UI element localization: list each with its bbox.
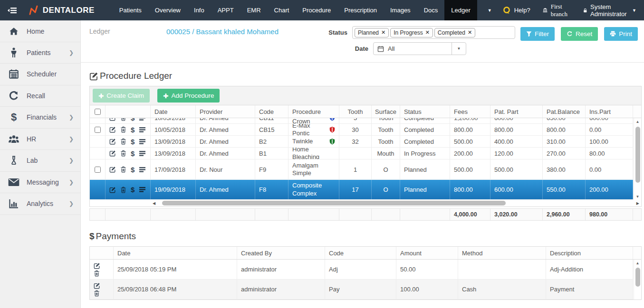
payment-icon[interactable]: $ (131, 126, 135, 134)
sidebar-item-messaging[interactable]: Messaging ❯ (0, 172, 80, 194)
delete-icon[interactable] (94, 290, 100, 297)
scrollbar-thumb[interactable] (635, 268, 640, 287)
claim-list-icon[interactable] (139, 167, 146, 173)
nav-item-procedure[interactable]: Procedure (296, 0, 337, 20)
remove-tag-icon[interactable]: ✕ (381, 29, 385, 36)
scroll-left-icon[interactable]: ◀ (151, 201, 157, 205)
table-row[interactable]: 25/09/2018 06:48 PM administrator Pay 10… (90, 280, 633, 299)
delete-icon[interactable] (120, 126, 126, 133)
edit-icon[interactable] (109, 187, 116, 193)
table-row[interactable]: $ 17/09/2018 Dr. Nour F9 Amalgam Simple … (90, 159, 633, 180)
payment-icon[interactable]: $ (131, 138, 135, 146)
nav-item-info[interactable]: Info (187, 0, 211, 20)
select-all-checkbox[interactable] (95, 109, 101, 115)
scroll-up-icon[interactable]: ▲ (636, 260, 640, 266)
claim-list-icon[interactable] (139, 127, 146, 133)
scroll-up-icon[interactable]: ▲ (636, 118, 640, 125)
edit-icon[interactable] (109, 138, 116, 145)
filter-button[interactable]: Filter (520, 27, 555, 41)
horizontal-scrollbar[interactable]: ◀ ▶ (151, 200, 641, 206)
column-header-ins-part[interactable]: Ins.Part (586, 105, 633, 118)
column-header-status[interactable]: Status (400, 105, 450, 118)
nav-item-emr[interactable]: EMR (240, 0, 268, 20)
column-header-code[interactable]: Code (255, 105, 288, 118)
brand-logo[interactable]: DENTALORE (23, 0, 113, 20)
nav-item-images[interactable]: Images (384, 0, 417, 20)
edit-icon[interactable] (109, 118, 116, 121)
edit-icon[interactable] (109, 166, 116, 173)
row-checkbox[interactable] (95, 167, 101, 173)
sidebar-item-home[interactable]: Home (0, 20, 80, 42)
sidebar-item-hr[interactable]: HR ❯ (0, 129, 80, 150)
status-tags-input[interactable]: Planned✕ In Progress✕ Completed✕ (352, 26, 515, 39)
nav-item-overview[interactable]: Overview (148, 0, 187, 20)
sidebar-item-patients[interactable]: Patients ❯ (0, 42, 80, 64)
column-header-created-by[interactable]: Created By (237, 247, 325, 259)
column-header-method[interactable]: Method (458, 247, 546, 259)
sidebar-item-recall[interactable]: Recall (0, 85, 80, 107)
delete-icon[interactable] (120, 118, 126, 121)
nav-item-chart[interactable]: Chart (268, 0, 296, 20)
edit-icon[interactable] (94, 262, 100, 269)
branch-selector[interactable]: First branch (543, 3, 571, 18)
row-checkbox[interactable] (95, 127, 101, 133)
column-header-surface[interactable]: Surface (372, 105, 400, 118)
column-header-provider[interactable]: Provider (196, 105, 255, 118)
claim-list-icon[interactable] (139, 187, 146, 193)
sidebar-item-scheduler[interactable]: Scheduler (0, 64, 80, 85)
edit-icon[interactable] (109, 126, 116, 133)
delete-icon[interactable] (120, 150, 126, 157)
nav-more-dropdown[interactable]: ▼ (477, 0, 502, 20)
patient-link[interactable]: 000025 / Bassant khaled Mohamed (151, 26, 294, 58)
help-button[interactable]: Help? (502, 6, 530, 15)
table-row-selected[interactable]: $ 19/09/2018 Dr. Ahmed F8 Composite Comp… (90, 180, 633, 200)
vertical-scrollbar[interactable]: ▲ ▼ (634, 118, 641, 200)
create-claim-button[interactable]: ✚Create Claim (93, 89, 150, 103)
table-row[interactable]: $ 13/09/2018 Dr. Ahmed B2 Twinkle 32 Too… (90, 136, 633, 148)
column-header-pat-balance[interactable]: Pat.Balance (543, 105, 586, 118)
claim-list-icon[interactable] (139, 118, 146, 121)
payment-icon[interactable]: $ (131, 186, 135, 194)
payment-icon[interactable]: $ (131, 118, 135, 122)
edit-icon[interactable] (94, 282, 100, 289)
column-header-code[interactable]: Code (325, 247, 396, 259)
table-row[interactable]: $ 13/09/2018 Dr. Ahmed B1 Home Bleaching… (90, 148, 633, 159)
remove-tag-icon[interactable]: ✕ (425, 29, 430, 36)
payment-icon[interactable]: $ (131, 149, 135, 158)
delete-icon[interactable] (120, 187, 126, 193)
scroll-right-icon[interactable]: ▶ (634, 201, 641, 205)
reset-button[interactable]: Reset (561, 27, 598, 41)
column-header-description[interactable]: Description (546, 247, 633, 259)
delete-icon[interactable] (120, 166, 126, 173)
claim-list-icon[interactable] (139, 139, 146, 145)
nav-item-prescription[interactable]: Prescription (337, 0, 384, 20)
remove-tag-icon[interactable]: ✕ (468, 29, 472, 36)
column-header-date[interactable]: Date (114, 247, 237, 259)
table-row[interactable]: 25/09/2018 05:19 PM administrator Adj 50… (90, 260, 633, 280)
vertical-scrollbar[interactable]: ▲ (634, 260, 641, 299)
user-menu[interactable]: System Administrator ▼ (583, 3, 637, 18)
sidebar-toggle-button[interactable] (0, 0, 23, 20)
nav-item-patients[interactable]: Patients (113, 0, 148, 20)
date-range-select[interactable]: All ▼ (373, 42, 466, 55)
scroll-down-icon[interactable]: ▼ (636, 193, 640, 200)
add-procedure-button[interactable]: ✚Add Procedure (157, 89, 220, 103)
column-header-pat-part[interactable]: Pat. Part (490, 105, 543, 118)
column-header-amount[interactable]: Amount (396, 247, 458, 259)
column-header-date[interactable]: Date (151, 105, 196, 118)
delete-icon[interactable] (120, 138, 126, 145)
nav-item-ledger[interactable]: Ledger (444, 0, 477, 20)
column-header-fees[interactable]: Fees (450, 105, 490, 118)
sidebar-item-lab[interactable]: Lab ❯ (0, 150, 80, 172)
delete-icon[interactable] (94, 270, 100, 277)
scrollbar-thumb[interactable] (635, 127, 640, 183)
column-header-procedure[interactable]: Procedure (288, 105, 339, 118)
edit-icon[interactable] (109, 150, 116, 157)
nav-item-docs[interactable]: Docs (417, 0, 445, 20)
sidebar-item-analytics[interactable]: Analytics ❯ (0, 193, 80, 215)
sidebar-item-financials[interactable]: $ Financials ❯ (0, 107, 80, 129)
scrollbar-thumb[interactable] (162, 201, 505, 205)
column-header-tooth[interactable]: Tooth (339, 105, 372, 118)
claim-list-icon[interactable] (139, 150, 146, 157)
nav-item-appt[interactable]: APPT (211, 0, 240, 20)
